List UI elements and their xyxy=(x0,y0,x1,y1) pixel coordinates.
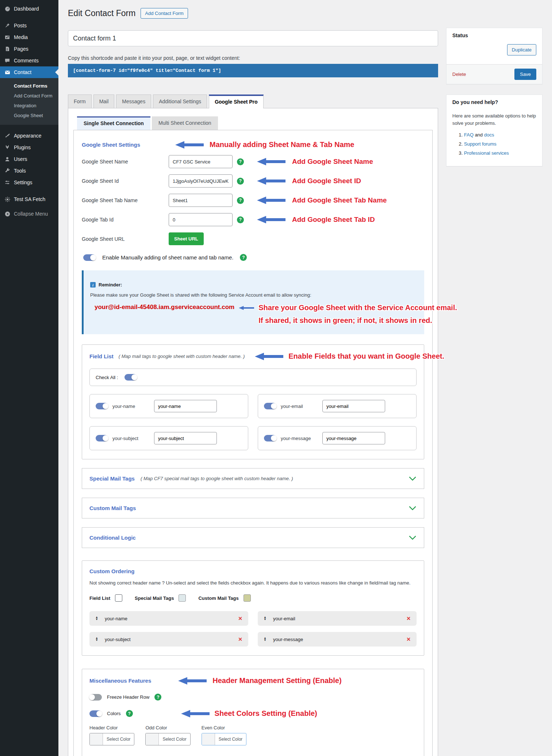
field-row-your-message: your-message xyxy=(258,426,417,450)
sheet-name-label: Google Sheet Name xyxy=(82,159,169,165)
subtab-single-sheet[interactable]: Single Sheet Connection xyxy=(77,116,150,130)
freeze-header-toggle[interactable] xyxy=(89,694,102,701)
conditional-logic-accordion[interactable]: Conditional Logic xyxy=(82,527,424,548)
tab-form[interactable]: Form xyxy=(68,94,92,108)
annotation-arrow-icon xyxy=(178,677,207,685)
your-message-toggle[interactable] xyxy=(264,435,276,441)
help-icon[interactable]: ? xyxy=(237,158,244,165)
even-color-button[interactable]: Select Color xyxy=(202,733,246,745)
your-message-header-input[interactable] xyxy=(322,432,385,444)
submenu-google-sheet[interactable]: Google Sheet xyxy=(0,111,58,120)
admin-sidebar: Dashboard Posts Media Pages Comments Con… xyxy=(0,0,58,756)
annotation-tab-name: Add Google Sheet Tab Name xyxy=(292,196,387,204)
annotation-tab-id: Add Google Sheet Tab ID xyxy=(292,216,375,224)
order-item-your-message[interactable]: ▲▼ your-message ✕ xyxy=(258,632,417,647)
sidebar-item-posts[interactable]: Posts xyxy=(0,20,58,31)
chevron-down-icon[interactable] xyxy=(409,476,417,481)
help-icon[interactable]: ? xyxy=(240,254,247,261)
sidebar-item-test-sa-fetch[interactable]: Test SA Fetch xyxy=(0,193,58,205)
remove-icon[interactable]: ✕ xyxy=(406,636,411,642)
tab-mail[interactable]: Mail xyxy=(93,94,115,108)
field-list-checkbox[interactable] xyxy=(115,594,122,602)
drag-handle-icon[interactable]: ▲▼ xyxy=(264,637,267,641)
sheet-name-input[interactable] xyxy=(169,155,233,168)
tab-messages[interactable]: Messages xyxy=(116,94,151,108)
header-color-button[interactable]: Select Color xyxy=(89,733,134,745)
chevron-down-icon[interactable] xyxy=(409,535,417,540)
your-email-toggle[interactable] xyxy=(264,403,276,409)
tab-google-sheet-pro[interactable]: Google Sheet Pro xyxy=(209,94,263,108)
your-subject-toggle[interactable] xyxy=(96,435,108,441)
drag-handle-icon[interactable]: ▲▼ xyxy=(264,616,267,621)
order-item-label: your-name xyxy=(105,616,127,621)
help-icon[interactable]: ? xyxy=(154,694,161,701)
media-icon xyxy=(4,34,10,40)
tab-additional-settings[interactable]: Additional Settings xyxy=(153,94,207,108)
add-contact-form-button[interactable]: Add Contact Form xyxy=(141,8,188,19)
sidebar-item-settings[interactable]: Settings xyxy=(0,177,58,188)
drag-handle-icon[interactable]: ▲▼ xyxy=(95,637,98,641)
odd-color-button[interactable]: Select Color xyxy=(145,733,190,745)
docs-link[interactable]: docs xyxy=(484,132,494,138)
sheet-url-button[interactable]: Sheet URL xyxy=(169,232,204,245)
help-icon[interactable]: ? xyxy=(237,197,244,204)
check-all-toggle[interactable] xyxy=(124,374,137,381)
sheet-tab-name-input[interactable] xyxy=(169,194,233,207)
delete-link[interactable]: Delete xyxy=(452,72,466,77)
submenu-add-contact-form[interactable]: Add Contact Form xyxy=(0,91,58,101)
color-swatch xyxy=(146,733,159,745)
your-name-toggle[interactable] xyxy=(96,403,108,409)
field-list-section: Field List ( Map mail tags to google she… xyxy=(82,344,424,459)
form-title-input[interactable] xyxy=(68,30,438,46)
custom-ordering-section: Custom Ordering Not showing correct head… xyxy=(82,560,424,656)
help-icon[interactable]: ? xyxy=(126,710,133,717)
special-mail-tags-accordion[interactable]: Special Mail Tags ( Map CF7 special mail… xyxy=(82,468,424,489)
sidebar-item-media[interactable]: Media xyxy=(0,31,58,43)
professional-services-link[interactable]: Professional services xyxy=(464,150,509,156)
faq-link[interactable]: FAQ xyxy=(464,132,474,138)
help-icon[interactable]: ? xyxy=(237,216,244,223)
order-item-your-email[interactable]: ▲▼ your-email ✕ xyxy=(258,611,417,626)
sheet-id-input[interactable] xyxy=(169,174,233,188)
chevron-down-icon[interactable] xyxy=(409,506,417,510)
remove-icon[interactable]: ✕ xyxy=(238,616,242,621)
manual-sheet-toggle[interactable] xyxy=(83,254,96,261)
your-name-header-input[interactable] xyxy=(154,400,217,412)
custom-mail-tags-accordion[interactable]: Custom Mail Tags xyxy=(82,498,424,518)
sidebar-item-contact[interactable]: Contact xyxy=(0,66,58,78)
submenu-integration[interactable]: Integration xyxy=(0,101,58,111)
sidebar-item-plugins[interactable]: Plugins xyxy=(0,142,58,153)
remove-icon[interactable]: ✕ xyxy=(238,636,242,642)
help-icon[interactable]: ? xyxy=(237,178,244,185)
special-mail-tags-checkbox[interactable] xyxy=(179,594,186,602)
custom-mail-tags-checkbox-label: Custom Mail Tags xyxy=(198,595,238,601)
plug-icon xyxy=(4,144,10,150)
order-item-your-subject[interactable]: ▲▼ your-subject ✕ xyxy=(89,632,248,647)
misc-features-heading: Miscellaneous Features xyxy=(89,678,151,684)
order-item-your-name[interactable]: ▲▼ your-name ✕ xyxy=(89,611,248,626)
sidebar-item-pages[interactable]: Pages xyxy=(0,43,58,55)
colors-toggle[interactable] xyxy=(89,710,102,717)
duplicate-button[interactable]: Duplicate xyxy=(507,44,536,55)
submenu-contact-forms[interactable]: Contact Forms xyxy=(0,81,58,91)
remove-icon[interactable]: ✕ xyxy=(406,616,411,621)
even-color-picker: Even Color Select Color xyxy=(202,725,246,745)
drag-handle-icon[interactable]: ▲▼ xyxy=(95,616,98,621)
sidebar-item-collapse-menu[interactable]: Collapse Menu xyxy=(0,208,58,220)
your-subject-header-input[interactable] xyxy=(154,432,217,444)
subtab-multi-sheet[interactable]: Multi Sheet Connection xyxy=(152,116,218,130)
sidebar-item-users[interactable]: Users xyxy=(0,153,58,165)
annotation-share-color: If shared, it shows in green; if not, it… xyxy=(258,316,457,325)
support-forums-link[interactable]: Support forums xyxy=(464,141,497,147)
sidebar-item-tools[interactable]: Tools xyxy=(0,165,58,177)
sidebar-item-dashboard[interactable]: Dashboard xyxy=(0,3,58,15)
shortcode-bar[interactable]: [contact-form-7 id="f9fe0c4" title="Cont… xyxy=(68,64,438,77)
connection-subtabs: Single Sheet Connection Multi Sheet Conn… xyxy=(77,116,433,130)
tab-id-input[interactable] xyxy=(169,213,233,226)
status-save-button[interactable]: Save xyxy=(514,69,536,80)
your-email-header-input[interactable] xyxy=(322,400,385,412)
custom-mail-tags-checkbox[interactable] xyxy=(244,594,251,602)
annotation-sheet-id: Add Google Sheet ID xyxy=(292,177,361,185)
sidebar-item-appearance[interactable]: Appearance xyxy=(0,130,58,142)
sidebar-item-comments[interactable]: Comments xyxy=(0,55,58,66)
